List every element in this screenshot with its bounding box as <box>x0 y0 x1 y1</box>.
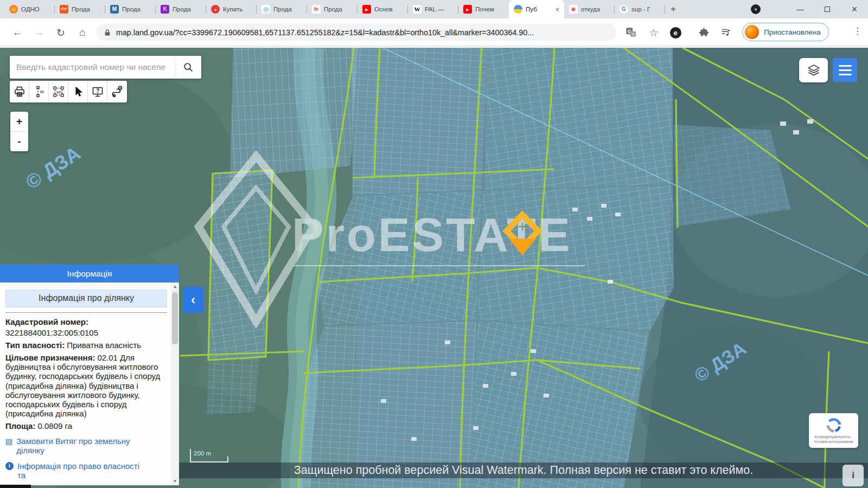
m-icon: M <box>110 5 119 14</box>
zoom-out-button[interactable]: - <box>10 132 28 151</box>
map-tools: M M² ? <box>10 81 127 102</box>
search-button[interactable] <box>175 56 201 79</box>
route-icon <box>111 85 124 98</box>
playlist-icon[interactable] <box>719 25 733 40</box>
section-title: Інформація про ділянку <box>5 290 167 307</box>
address-bar[interactable]: map.land.gov.ua/?cc=3399672.190609581,65… <box>97 24 616 41</box>
zoom-control: + - <box>10 112 28 151</box>
info-panel: Інформація про ділянку Кадастровий номер… <box>0 282 179 485</box>
help-tool-button[interactable]: ? <box>88 81 107 102</box>
bookmark-star-icon[interactable]: ☆ <box>647 25 661 40</box>
tab-prodazha-3[interactable]: K Прода <box>156 0 206 18</box>
odnoklassniki-icon: ☺ <box>9 5 18 14</box>
route-tool-button[interactable] <box>107 81 127 102</box>
tab-kupit[interactable]: ● Купить <box>206 0 257 18</box>
zoom-in-button[interactable]: + <box>10 112 28 132</box>
home-button[interactable]: ⌂ <box>74 24 91 41</box>
profile-paused-badge[interactable]: Приостановлена <box>742 23 829 41</box>
select-tool-button[interactable] <box>68 81 88 102</box>
estate-icon: Est! <box>60 5 68 14</box>
field-area: Площа:0.0809 га <box>5 421 167 431</box>
google-icon: G <box>620 5 628 14</box>
scroll-up-icon[interactable]: ▲ <box>171 282 179 291</box>
tab-public-cadastral-map-active[interactable]: Пуб × <box>509 0 564 18</box>
tab-odnoklassniki[interactable]: ☺ ОДНО <box>4 0 55 18</box>
panel-scrollbar[interactable]: ▲ ▼ <box>171 282 179 485</box>
forward-button[interactable]: → <box>30 24 48 41</box>
printer-icon <box>13 85 26 98</box>
minimize-button[interactable]: — <box>787 0 814 18</box>
youtube-icon: ▶ <box>362 5 371 14</box>
measure-area-icon: M² <box>52 85 65 98</box>
scroll-down-icon[interactable]: ▼ <box>171 477 179 485</box>
tab-osnov[interactable]: ▶ Основ <box>358 0 408 18</box>
visual-watermark-banner: Защищено пробной версией Visual Watermar… <box>179 463 868 478</box>
recaptcha-icon <box>825 416 843 434</box>
cadastral-search <box>10 56 201 79</box>
ring-icon: ◎ <box>261 5 270 14</box>
map-info-button[interactable]: i <box>843 465 864 486</box>
key-icon: K <box>161 5 169 14</box>
print-tool-button[interactable] <box>10 81 29 102</box>
avatar <box>745 25 759 39</box>
scroll-thumb[interactable] <box>172 292 178 344</box>
ownership-info-link[interactable]: i Інформація про право власності та <box>5 461 148 480</box>
translate-icon[interactable]: Gя <box>624 25 638 40</box>
ukraine-map-icon <box>514 5 522 14</box>
url-text: map.land.gov.ua/?cc=3399672.190609581,65… <box>116 28 534 37</box>
field-ownership-type: Тип власності:Приватна власність <box>5 341 167 350</box>
scrollbar-corner <box>0 485 31 488</box>
help-monitor-icon: ? <box>91 85 104 98</box>
scale-label: 200 m <box>194 450 211 457</box>
tab-strip: ☺ ОДНО Est! Прода M Прода K Прода ● Купи… <box>0 0 868 18</box>
trial-banner-text: Защищено пробной версией Visual Watermar… <box>294 464 753 477</box>
collapse-panel-button[interactable]: ‹ <box>183 287 203 313</box>
browser-menu-icon[interactable]: ⋮ <box>853 25 862 37</box>
svg-text:я: я <box>632 31 634 36</box>
field-purpose: Цільове призначення:02.01 Для будівництв… <box>5 353 167 418</box>
fn-icon: fn <box>312 5 321 14</box>
tab-sup[interactable]: G sup - Г <box>615 0 665 18</box>
maximize-button[interactable] <box>814 0 841 18</box>
profile-label: Приостановлена <box>764 28 821 36</box>
search-icon <box>182 61 194 73</box>
svg-text:?: ? <box>96 88 99 94</box>
tab-prodazha-4[interactable]: ◎ Прода <box>257 0 307 18</box>
cursor-icon <box>72 85 85 98</box>
search-input[interactable] <box>10 56 175 79</box>
tab-prodazha-1[interactable]: Est! Прода <box>55 0 105 18</box>
measure-length-icon: M <box>33 85 46 98</box>
svg-text:M: M <box>40 89 44 94</box>
extensions-puzzle-icon[interactable] <box>697 25 711 40</box>
close-window-button[interactable]: × <box>841 0 868 18</box>
lock-icon <box>104 29 111 36</box>
recaptcha-badge[interactable]: Конфиденциальность - Условия использован… <box>809 413 858 448</box>
back-button[interactable]: ← <box>9 24 26 41</box>
extension-e-icon[interactable]: e <box>668 25 682 40</box>
recaptcha-terms[interactable]: Конфиденциальность - Условия использован… <box>814 435 853 445</box>
tab-pochem[interactable]: ▶ Почем <box>458 0 509 18</box>
e-badge: e <box>670 27 681 38</box>
document-icon: ▤ <box>5 437 12 446</box>
layers-button[interactable] <box>799 58 828 82</box>
new-tab-button[interactable]: + <box>665 0 681 18</box>
svg-text:M²: M² <box>56 90 61 95</box>
tab-pal[interactable]: W PAL — <box>408 0 458 18</box>
order-extract-link[interactable]: ▤ Замовити Витяг про земельну ділянку <box>5 436 148 455</box>
watermark-text: ProESTATE <box>292 208 572 261</box>
info-icon: i <box>5 462 14 470</box>
close-tab-icon[interactable]: × <box>555 6 559 13</box>
browser-toolbar: ← → ↻ ⌂ map.land.gov.ua/?cc=3399672.1906… <box>0 18 868 47</box>
browser-window: ☺ ОДНО Est! Прода M Прода K Прода ● Купи… <box>0 0 868 488</box>
measure-area-tool-button[interactable]: M² <box>49 81 68 102</box>
maps-pin-icon: ◉ <box>569 5 578 14</box>
tab-search-chevron-icon[interactable]: ▾ <box>751 4 761 14</box>
reload-button[interactable]: ↻ <box>52 24 69 41</box>
divider <box>5 312 167 313</box>
tab-otkuda[interactable]: ◉ откуда <box>564 0 615 18</box>
info-panel-header[interactable]: Інформація <box>0 265 179 282</box>
menu-button[interactable] <box>833 58 857 82</box>
tab-prodazha-5[interactable]: fn Прода <box>307 0 358 18</box>
measure-length-tool-button[interactable]: M <box>29 81 49 102</box>
tab-prodazha-2[interactable]: M Прода <box>105 0 156 18</box>
